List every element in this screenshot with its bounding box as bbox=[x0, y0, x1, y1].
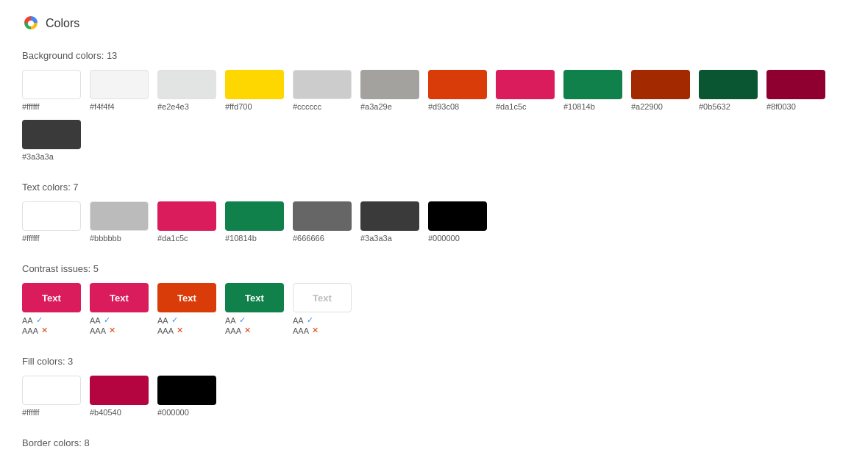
background-colors-row: #ffffff#f4f4f4#e2e4e3#ffd700#cccccc#a3a2… bbox=[22, 70, 846, 161]
contrast-item[interactable]: TextAA✓AAA✕ bbox=[22, 283, 81, 335]
color-item[interactable]: #e2e4e3 bbox=[157, 70, 216, 111]
color-label: #bbbbbb bbox=[90, 234, 121, 243]
text-colors-section: Text colors: 7 #ffffff#bbbbbb#da1c5c#108… bbox=[22, 182, 846, 243]
app-title: Colors bbox=[46, 17, 79, 30]
contrast-item[interactable]: TextAA✓AAA✕ bbox=[90, 283, 149, 335]
aaa-cross-icon: ✕ bbox=[312, 326, 319, 335]
color-item[interactable]: #666666 bbox=[293, 201, 352, 243]
aa-check-icon: ✓ bbox=[171, 315, 178, 325]
color-swatch bbox=[360, 70, 419, 99]
fill-colors-row: #ffffff#b40540#000000 bbox=[22, 376, 846, 417]
fill-colors-title: Fill colors: 3 bbox=[22, 356, 846, 367]
color-label: #f4f4f4 bbox=[90, 102, 115, 111]
color-label: #666666 bbox=[293, 234, 324, 243]
contrast-swatch: Text bbox=[90, 283, 149, 312]
aaa-cross-icon: ✕ bbox=[244, 326, 251, 335]
contrast-aaa-line: AAA✕ bbox=[157, 326, 183, 335]
color-label: #10814b bbox=[563, 102, 595, 111]
background-colors-section: Background colors: 13 #ffffff#f4f4f4#e2e… bbox=[22, 50, 846, 161]
contrast-item[interactable]: TextAA✓AAA✕ bbox=[293, 283, 352, 335]
color-item[interactable]: #da1c5c bbox=[157, 201, 216, 243]
color-label: #3a3a3a bbox=[360, 234, 392, 243]
color-label: #000000 bbox=[157, 408, 189, 417]
color-item[interactable]: #3a3a3a bbox=[360, 201, 419, 243]
svg-point-1 bbox=[28, 21, 34, 26]
color-item[interactable]: #000000 bbox=[157, 376, 216, 417]
color-label: #ffffff bbox=[22, 234, 39, 243]
contrast-swatch: Text bbox=[225, 283, 284, 312]
color-item[interactable]: #ffffff bbox=[22, 70, 81, 111]
contrast-aa-line: AA✓ bbox=[90, 315, 115, 325]
color-label: #a22900 bbox=[631, 102, 663, 111]
color-label: #ffd700 bbox=[225, 102, 252, 111]
contrast-aaa-line: AAA✕ bbox=[22, 326, 48, 335]
color-item[interactable]: #d93c08 bbox=[428, 70, 487, 111]
color-item[interactable]: #8f0030 bbox=[766, 70, 825, 111]
color-item[interactable]: #b40540 bbox=[90, 376, 149, 417]
color-label: #cccccc bbox=[293, 102, 321, 111]
color-swatch bbox=[22, 376, 81, 405]
color-swatch bbox=[225, 201, 284, 231]
color-item[interactable]: #ffffff bbox=[22, 376, 81, 417]
color-label: #000000 bbox=[428, 234, 460, 243]
color-swatch bbox=[631, 70, 690, 99]
color-swatch bbox=[428, 201, 487, 231]
color-item[interactable]: #cccccc bbox=[293, 70, 352, 111]
aa-check-icon: ✓ bbox=[239, 315, 246, 325]
color-item[interactable]: #a22900 bbox=[631, 70, 690, 111]
color-item[interactable]: #da1c5c bbox=[496, 70, 555, 111]
color-item[interactable]: #a3a29e bbox=[360, 70, 419, 111]
color-swatch bbox=[225, 70, 284, 99]
background-colors-title: Background colors: 13 bbox=[22, 50, 846, 61]
aaa-cross-icon: ✕ bbox=[109, 326, 115, 335]
color-item[interactable]: #ffd700 bbox=[225, 70, 284, 111]
color-swatch bbox=[293, 201, 352, 231]
app-header: Colors bbox=[22, 15, 846, 32]
color-swatch bbox=[496, 70, 555, 99]
contrast-aa-line: AA✓ bbox=[22, 315, 48, 325]
contrast-item[interactable]: TextAA✓AAA✕ bbox=[225, 283, 284, 335]
color-swatch bbox=[90, 376, 149, 405]
border-colors-title: Border colors: 8 bbox=[22, 437, 846, 448]
contrast-aaa-line: AAA✕ bbox=[90, 326, 115, 335]
color-item[interactable]: #f4f4f4 bbox=[90, 70, 149, 111]
color-swatch bbox=[293, 70, 352, 99]
color-label: #da1c5c bbox=[496, 102, 527, 111]
text-colors-row: #ffffff#bbbbbb#da1c5c#10814b#666666#3a3a… bbox=[22, 201, 846, 243]
color-swatch bbox=[157, 201, 216, 231]
color-item[interactable]: #3a3a3a bbox=[22, 120, 81, 161]
color-item[interactable]: #10814b bbox=[225, 201, 284, 243]
contrast-info: AA✓AAA✕ bbox=[157, 315, 183, 335]
contrast-aa-line: AA✓ bbox=[157, 315, 183, 325]
color-label: #a3a29e bbox=[360, 102, 392, 111]
fill-colors-section: Fill colors: 3 #ffffff#b40540#000000 bbox=[22, 356, 846, 417]
color-item[interactable]: #000000 bbox=[428, 201, 487, 243]
color-swatch bbox=[157, 376, 216, 405]
contrast-item[interactable]: TextAA✓AAA✕ bbox=[157, 283, 216, 335]
color-swatch bbox=[699, 70, 758, 99]
color-swatch bbox=[428, 70, 487, 99]
color-label: #0b5632 bbox=[699, 102, 730, 111]
contrast-info: AA✓AAA✕ bbox=[90, 315, 115, 335]
color-label: #ffffff bbox=[22, 102, 39, 111]
contrast-swatch: Text bbox=[157, 283, 216, 312]
color-label: #e2e4e3 bbox=[157, 102, 189, 111]
color-swatch bbox=[90, 201, 149, 231]
contrast-issues-section: Contrast issues: 5 TextAA✓AAA✕TextAA✓AAA… bbox=[22, 263, 846, 335]
color-label: #10814b bbox=[225, 234, 257, 243]
color-swatch bbox=[22, 70, 81, 99]
contrast-aa-line: AA✓ bbox=[293, 315, 319, 325]
contrast-items-row: TextAA✓AAA✕TextAA✓AAA✕TextAA✓AAA✕TextAA✓… bbox=[22, 283, 846, 335]
color-item[interactable]: #10814b bbox=[563, 70, 622, 111]
contrast-info: AA✓AAA✕ bbox=[225, 315, 251, 335]
aaa-cross-icon: ✕ bbox=[41, 326, 48, 335]
color-label: #3a3a3a bbox=[22, 152, 54, 161]
color-item[interactable]: #bbbbbb bbox=[90, 201, 149, 243]
color-swatch bbox=[22, 120, 81, 149]
contrast-aaa-line: AAA✕ bbox=[293, 326, 319, 335]
contrast-info: AA✓AAA✕ bbox=[22, 315, 48, 335]
color-item[interactable]: #ffffff bbox=[22, 201, 81, 243]
color-label: #ffffff bbox=[22, 408, 39, 417]
color-item[interactable]: #0b5632 bbox=[699, 70, 758, 111]
contrast-aa-line: AA✓ bbox=[225, 315, 251, 325]
